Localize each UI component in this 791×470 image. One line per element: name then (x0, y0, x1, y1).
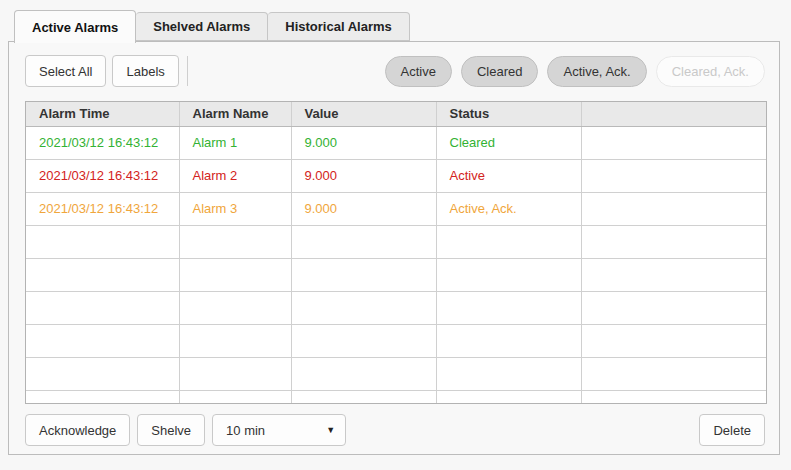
cell-status (436, 390, 581, 404)
cell-value (291, 258, 436, 291)
cell-value: 9.000 (291, 192, 436, 225)
cell-value (291, 357, 436, 390)
cell-alarm-name (179, 324, 291, 357)
cell-status (436, 357, 581, 390)
filter-active-toggle[interactable]: Active (385, 56, 452, 87)
cell-value (291, 291, 436, 324)
filter-active-ack-toggle[interactable]: Active, Ack. (547, 56, 646, 87)
acknowledge-button[interactable]: Acknowledge (25, 414, 130, 446)
table-row[interactable]: 2021/03/12 16:43:12 Alarm 2 9.000 Active (26, 159, 767, 192)
table-row[interactable]: 2021/03/12 16:43:12 Alarm 3 9.000 Active… (26, 192, 767, 225)
alarm-table-container: Alarm Time Alarm Name Value Status 2021/… (25, 101, 767, 404)
cell-alarm-time (26, 225, 179, 258)
alarm-table-header-row: Alarm Time Alarm Name Value Status (26, 102, 767, 126)
table-row-empty[interactable] (26, 357, 767, 390)
cell-status (436, 225, 581, 258)
table-row-empty[interactable] (26, 225, 767, 258)
cell-alarm-time (26, 324, 179, 357)
cell-extra (581, 357, 767, 390)
active-alarms-panel: Select All Labels Active Cleared Active,… (8, 41, 780, 455)
cell-status: Active, Ack. (436, 192, 581, 225)
cell-status: Active (436, 159, 581, 192)
cell-extra (581, 159, 767, 192)
cell-extra (581, 126, 767, 159)
cell-alarm-name (179, 390, 291, 404)
cell-alarm-name: Alarm 1 (179, 126, 291, 159)
table-row-empty[interactable] (26, 291, 767, 324)
cell-extra (581, 258, 767, 291)
chevron-down-icon: ▼ (326, 425, 335, 435)
tab-active-alarms[interactable]: Active Alarms (14, 10, 136, 43)
cell-alarm-time: 2021/03/12 16:43:12 (26, 192, 179, 225)
alarm-actions-bar: Acknowledge Shelve 10 min ▼ Delete (25, 414, 765, 446)
shelve-button[interactable]: Shelve (137, 414, 205, 446)
cell-extra (581, 225, 767, 258)
cell-alarm-name: Alarm 3 (179, 192, 291, 225)
cell-value (291, 225, 436, 258)
cell-alarm-name (179, 291, 291, 324)
toolbar-divider (187, 56, 188, 86)
cell-value (291, 390, 436, 404)
cell-alarm-name (179, 357, 291, 390)
tab-bar: Active Alarms Shelved Alarms Historical … (14, 10, 410, 41)
cell-alarm-time: 2021/03/12 16:43:12 (26, 126, 179, 159)
column-header-alarm-name[interactable]: Alarm Name (179, 102, 291, 126)
cell-value: 9.000 (291, 159, 436, 192)
column-header-alarm-time[interactable]: Alarm Time (26, 102, 179, 126)
cell-extra (581, 324, 767, 357)
labels-button[interactable]: Labels (112, 55, 178, 87)
table-row[interactable]: 2021/03/12 16:43:12 Alarm 1 9.000 Cleare… (26, 126, 767, 159)
status-filter-group: Active Cleared Active, Ack. Cleared, Ack… (385, 56, 765, 87)
table-row-empty[interactable] (26, 258, 767, 291)
alarm-toolbar: Select All Labels Active Cleared Active,… (25, 55, 765, 87)
column-header-status[interactable]: Status (436, 102, 581, 126)
tab-historical-alarms[interactable]: Historical Alarms (268, 12, 409, 41)
table-row-empty[interactable] (26, 390, 767, 404)
cell-status: Cleared (436, 126, 581, 159)
alarm-table: Alarm Time Alarm Name Value Status 2021/… (26, 102, 767, 404)
cell-extra (581, 291, 767, 324)
column-header-value[interactable]: Value (291, 102, 436, 126)
tab-shelved-alarms[interactable]: Shelved Alarms (136, 12, 268, 41)
cell-alarm-time (26, 390, 179, 404)
cell-status (436, 291, 581, 324)
delete-button[interactable]: Delete (699, 414, 765, 446)
cell-alarm-name (179, 225, 291, 258)
cell-alarm-time: 2021/03/12 16:43:12 (26, 159, 179, 192)
cell-alarm-time (26, 291, 179, 324)
column-header-extra (581, 102, 767, 126)
filter-cleared-ack-toggle[interactable]: Cleared, Ack. (656, 56, 765, 87)
cell-extra (581, 390, 767, 404)
cell-alarm-time (26, 258, 179, 291)
cell-extra (581, 192, 767, 225)
select-all-button[interactable]: Select All (25, 55, 106, 87)
table-row-empty[interactable] (26, 324, 767, 357)
cell-value: 9.000 (291, 126, 436, 159)
cell-status (436, 258, 581, 291)
shelve-duration-value: 10 min (226, 423, 265, 438)
cell-alarm-time (26, 357, 179, 390)
cell-alarm-name: Alarm 2 (179, 159, 291, 192)
cell-alarm-name (179, 258, 291, 291)
shelve-duration-select[interactable]: 10 min ▼ (212, 414, 346, 446)
cell-value (291, 324, 436, 357)
filter-cleared-toggle[interactable]: Cleared (461, 56, 539, 87)
cell-status (436, 324, 581, 357)
